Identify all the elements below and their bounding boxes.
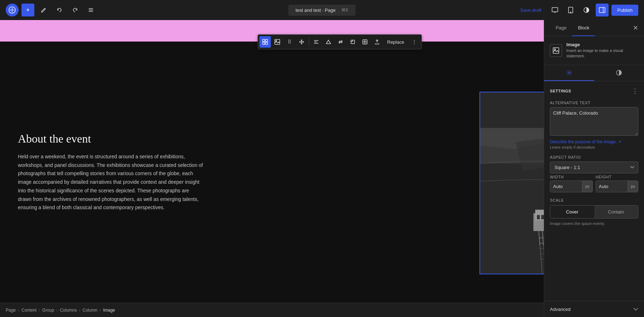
image-toolbar-button[interactable] xyxy=(272,36,283,48)
svg-rect-5 xyxy=(552,8,558,12)
height-group: HEIGHT px xyxy=(596,175,639,192)
svg-rect-69 xyxy=(480,245,544,274)
width-unit: px xyxy=(582,181,592,192)
block-type-button[interactable] xyxy=(259,36,271,48)
breadcrumb-bar: Page › Content › Group › Columns › Colum… xyxy=(0,303,544,317)
breadcrumb-content[interactable]: Content xyxy=(21,308,36,313)
tab-styles-icon[interactable] xyxy=(594,65,644,81)
top-bar: + test and test · Page ⌘K Save draft xyxy=(0,0,644,20)
svg-rect-59 xyxy=(480,92,544,128)
save-draft-button[interactable]: Save draft xyxy=(516,5,546,15)
svg-rect-36 xyxy=(541,215,544,219)
settings-label: Settings xyxy=(550,89,571,93)
height-label: HEIGHT xyxy=(596,175,639,179)
svg-rect-16 xyxy=(265,42,268,44)
move-button[interactable] xyxy=(296,36,307,48)
expand-button[interactable] xyxy=(347,36,358,48)
triangle-button[interactable] xyxy=(323,36,334,48)
desktop-view-button[interactable] xyxy=(548,4,561,16)
publish-button[interactable]: Publish xyxy=(611,5,638,16)
svg-point-9 xyxy=(571,12,571,13)
breadcrumb-image[interactable]: Image xyxy=(103,308,115,313)
settings-section-header: Settings ⋮ xyxy=(550,87,638,95)
tab-settings-icon[interactable] xyxy=(544,65,594,81)
svg-point-1 xyxy=(11,9,13,11)
tab-page[interactable]: Page xyxy=(550,20,572,36)
page-title: test and test · Page xyxy=(296,8,336,13)
contain-button[interactable]: Contain xyxy=(594,206,638,218)
tablet-view-button[interactable] xyxy=(564,4,577,16)
scale-buttons: Cover Contain xyxy=(550,205,638,218)
svg-rect-35 xyxy=(537,215,540,219)
sidebar-toggle-button[interactable] xyxy=(596,4,609,16)
theme-button[interactable] xyxy=(580,4,593,16)
height-input[interactable] xyxy=(596,181,628,192)
block-toolbar: ⠿ xyxy=(258,34,422,49)
leave-empty-text: Leave empty if decorative. xyxy=(550,145,638,149)
height-unit: px xyxy=(628,181,638,192)
breadcrumb-sep-3: › xyxy=(79,308,80,313)
content-block: ⠿ xyxy=(0,42,544,303)
redo-button[interactable] xyxy=(69,4,82,16)
undo-button[interactable] xyxy=(53,4,66,16)
more-options-button[interactable]: ⋮ xyxy=(409,36,420,48)
scale-label: SCALE xyxy=(550,198,638,202)
svg-rect-14 xyxy=(265,39,268,42)
grid-button[interactable] xyxy=(359,36,371,48)
shortcut-hint: ⌘K xyxy=(341,8,348,13)
svg-rect-11 xyxy=(599,8,605,13)
page-title-bar[interactable]: test and test · Page ⌘K xyxy=(288,5,356,16)
breadcrumb-columns[interactable]: Columns xyxy=(60,308,77,313)
canvas-area: ⠿ xyxy=(0,20,544,317)
advanced-chevron-icon xyxy=(633,306,638,312)
right-panel: Page Block ✕ Image Insert an image to ma… xyxy=(544,20,644,317)
aspect-ratio-label: ASPECT RATIO xyxy=(550,155,638,159)
replace-button[interactable]: Replace xyxy=(384,38,408,46)
width-label: WIDTH xyxy=(550,175,593,179)
event-title: About the event xyxy=(18,132,204,145)
alt-text-input[interactable]: Cliff Palace, Colorado xyxy=(550,107,638,136)
block-description: Insert an image to make a visual stateme… xyxy=(566,48,638,59)
add-block-button[interactable]: + xyxy=(21,4,34,16)
image-frame[interactable] xyxy=(479,92,544,274)
text-column: About the event Held over a weekend, the… xyxy=(0,42,222,303)
cover-button[interactable]: Cover xyxy=(550,206,594,218)
breadcrumb-sep-0: › xyxy=(18,308,19,313)
advanced-header[interactable]: Advanced xyxy=(544,301,644,317)
breadcrumb-page[interactable]: Page xyxy=(6,308,16,313)
width-group: WIDTH px xyxy=(550,175,593,192)
svg-rect-22 xyxy=(351,40,355,44)
block-name: Image xyxy=(566,42,638,47)
main-area: ⠿ xyxy=(0,20,644,317)
describe-link[interactable]: Describe the purpose of the image. ↗ xyxy=(550,139,638,144)
tab-block[interactable]: Block xyxy=(572,20,595,36)
edit-button[interactable] xyxy=(37,4,50,16)
upload-button[interactable] xyxy=(371,36,383,48)
width-input[interactable] xyxy=(550,181,582,192)
breadcrumb-sep-2: › xyxy=(56,308,58,313)
event-text: Held over a weekend, the event is struct… xyxy=(18,153,204,212)
advanced-label: Advanced xyxy=(550,307,571,312)
panel-top-tabs: Page Block ✕ xyxy=(544,20,644,36)
panel-inner-tabs xyxy=(544,65,644,81)
breadcrumb-group[interactable]: Group xyxy=(42,308,54,313)
panel-content: Settings ⋮ ALTERNATIVE TEXT Cliff Palace… xyxy=(544,81,644,295)
link-button[interactable] xyxy=(335,36,346,48)
svg-rect-70 xyxy=(553,48,559,53)
advanced-section: Advanced xyxy=(544,301,644,317)
top-bar-right: Save draft Publish xyxy=(516,4,638,16)
list-view-button[interactable] xyxy=(84,4,97,16)
dimensions-row: WIDTH px HEIGHT px xyxy=(550,175,638,192)
image-column xyxy=(222,42,408,303)
height-input-wrap: px xyxy=(596,181,639,192)
panel-close-button[interactable]: ✕ xyxy=(633,20,638,36)
wp-logo[interactable] xyxy=(6,4,19,16)
settings-more-button[interactable]: ⋮ xyxy=(632,87,638,95)
block-info: Image Insert an image to make a visual s… xyxy=(544,36,644,65)
drag-handle-button[interactable]: ⠿ xyxy=(284,36,295,48)
breadcrumb-column[interactable]: Column xyxy=(83,308,97,313)
svg-point-72 xyxy=(568,72,570,73)
aspect-ratio-select[interactable]: Square - 1:1 16:9 4:3 3:2 Original xyxy=(550,162,638,173)
width-input-wrap: px xyxy=(550,181,593,192)
align-left-button[interactable] xyxy=(311,36,322,48)
